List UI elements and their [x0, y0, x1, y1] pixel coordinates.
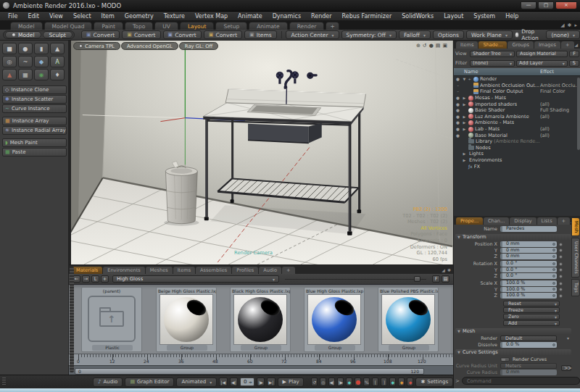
- tab-meshes[interactable]: Meshes: [146, 267, 173, 274]
- add-layer-dropdown[interactable]: Add Layer▾: [516, 60, 568, 67]
- channel-dot-icon[interactable]: [552, 268, 555, 271]
- tab-add-props[interactable]: +: [558, 217, 571, 225]
- step-forward-button[interactable]: |▶: [257, 378, 265, 386]
- menu-layout[interactable]: Layout: [439, 12, 468, 21]
- channel-dot-icon[interactable]: [552, 243, 555, 246]
- menu-vertex-map[interactable]: Vertex Map: [190, 12, 233, 21]
- tab-paint[interactable]: Paint: [94, 22, 123, 30]
- tab-channels[interactable]: Chan...: [484, 217, 509, 225]
- menu-dynamics[interactable]: Dynamics: [268, 12, 306, 21]
- parent-folder-card[interactable]: (parent) ↑ Plastic: [81, 287, 142, 352]
- thumbnail-size-slider[interactable]: [285, 275, 426, 283]
- instance-radial-array-button[interactable]: ✳Instance Radial Array: [2, 126, 67, 135]
- instance-clone-button[interactable]: ◇Instance Clone: [2, 86, 67, 94]
- key-dot-icon[interactable]: [559, 294, 563, 298]
- s-button[interactable]: S: [569, 60, 579, 67]
- expander-closed-icon[interactable]: ▶: [462, 127, 467, 131]
- expand-icon[interactable]: ◢: [560, 22, 564, 28]
- rotation-x-field[interactable]: 0.0 °: [500, 261, 557, 267]
- target-icon[interactable]: ⊕: [416, 43, 420, 49]
- freeze-button[interactable]: Freeze▾: [503, 307, 560, 313]
- frame-spinner-icon[interactable]: ◂▸: [249, 378, 252, 386]
- add-button[interactable]: Add▾: [503, 320, 560, 326]
- menu-texture[interactable]: Texture: [159, 12, 190, 21]
- expand-icon[interactable]: ◢: [575, 42, 579, 47]
- channel-dot-icon[interactable]: [552, 255, 555, 258]
- key-teal-icon[interactable]: ◆: [389, 378, 396, 386]
- panel-arrow-icon[interactable]: ▸: [574, 22, 577, 28]
- tree-scrollbar[interactable]: [577, 78, 580, 150]
- material-card-beige[interactable]: Beige High Gloss Plastic.lxp Group: [156, 287, 217, 352]
- mesh-section-header[interactable]: ▼Mesh: [455, 328, 571, 334]
- curve-settings-header[interactable]: ▼Curve Settings: [455, 349, 571, 355]
- eye-icon[interactable]: ●: [454, 108, 462, 112]
- animated-dropdown[interactable]: Animated▾: [176, 378, 217, 387]
- tree-row-base-material[interactable]: ● Base Material (all): [454, 132, 580, 138]
- tab-model[interactable]: Model: [10, 22, 43, 30]
- tab-add[interactable]: +: [326, 22, 339, 30]
- channel-dot-icon[interactable]: [552, 262, 555, 265]
- menu-rebus-farminizer[interactable]: Rebus Farminizer: [337, 12, 397, 21]
- play-button[interactable]: ▶Play: [278, 378, 304, 387]
- close-button[interactable]: ×: [555, 1, 577, 9]
- tree-row-imported-shaders[interactable]: ● ▶ imported shaders (all): [454, 101, 580, 107]
- menu-edit[interactable]: Edit: [22, 12, 44, 21]
- material-card-black[interactable]: Black High Gloss Plastic.lxp Group: [230, 287, 291, 352]
- tab-lists[interactable]: Lists: [537, 217, 557, 225]
- tab-render[interactable]: Render: [289, 22, 325, 30]
- action-center-dropdown[interactable]: Action Center▾: [286, 30, 339, 39]
- channel-dot-icon[interactable]: [552, 343, 555, 346]
- name-field[interactable]: Paredes: [500, 226, 557, 232]
- transport-grip[interactable]: [2, 378, 6, 385]
- torus-tool-icon[interactable]: ◎: [2, 56, 17, 67]
- menu-solidworks[interactable]: SolidWorks: [397, 12, 439, 21]
- key-red-icon[interactable]: ◆: [407, 378, 413, 386]
- skip-end-button[interactable]: ▶|: [267, 378, 275, 386]
- scale-x-field[interactable]: 100.0 %: [500, 280, 557, 286]
- column-effect[interactable]: Effect: [540, 68, 554, 75]
- tab-audio[interactable]: Audio: [259, 267, 281, 274]
- eye-icon[interactable]: ●: [454, 96, 462, 100]
- library-button[interactable]: L: [91, 275, 99, 283]
- work-plane-dropdown[interactable]: Work Plane▾: [466, 30, 513, 39]
- convert-button-1[interactable]: ▣Convert: [81, 30, 120, 39]
- graph-editor-button[interactable]: ▤Graph Editor: [125, 378, 174, 387]
- tab-shade[interactable]: Shade...: [478, 41, 507, 49]
- tab-items-bottom[interactable]: Items: [173, 267, 195, 274]
- scale-y-field[interactable]: 100.0 %: [500, 287, 557, 293]
- tab-uv[interactable]: UV: [154, 22, 178, 30]
- key-dot-icon[interactable]: [559, 255, 563, 259]
- range-out-icon[interactable]: ]: [381, 378, 387, 386]
- slider-handle[interactable]: [414, 276, 420, 282]
- menu-geometry[interactable]: Geometry: [120, 12, 159, 21]
- trash-can[interactable]: [164, 161, 199, 225]
- rotate-icon[interactable]: ↺: [423, 43, 427, 49]
- position-x-field[interactable]: 0 mm: [500, 241, 557, 247]
- eye-disabled-icon[interactable]: –: [454, 89, 462, 93]
- dissolve-field[interactable]: 0.0 %: [500, 342, 557, 348]
- add-key-icon[interactable]: ◆: [346, 378, 352, 386]
- transform-section-header[interactable]: ▼Transform: [455, 234, 571, 240]
- symmetry-dropdown[interactable]: Symmetry: Off▾: [341, 30, 397, 39]
- stack-tool-icon[interactable]: ♦: [50, 69, 65, 80]
- cylinder-tool-icon[interactable]: ▮: [34, 43, 49, 54]
- mesh-paint-button[interactable]: ◗Mesh Paint: [2, 138, 67, 147]
- tab-setup[interactable]: Setup: [215, 22, 247, 30]
- tab-add-panel[interactable]: +: [561, 41, 574, 49]
- eye-icon[interactable]: ●: [454, 120, 462, 125]
- path-dropdown[interactable]: High Gloss▾: [112, 275, 279, 283]
- tree-row-environments[interactable]: ▶ Environments: [454, 157, 580, 164]
- add-path-button[interactable]: +: [101, 275, 109, 283]
- view-dropdown[interactable]: Shader Tree▾: [470, 51, 515, 57]
- channel-dot-icon[interactable]: [552, 275, 555, 278]
- menu-file[interactable]: File: [3, 12, 22, 21]
- wire-sphere-tool-icon[interactable]: ◉: [34, 69, 49, 80]
- curve-radius-field[interactable]: 0 mm: [500, 370, 557, 375]
- scale-z-field[interactable]: 100.0 %: [500, 293, 557, 299]
- key-dot-icon[interactable]: [559, 275, 563, 278]
- menu-help[interactable]: Help: [500, 12, 523, 21]
- tab-assemblies[interactable]: Assemblies: [196, 267, 231, 274]
- eye-icon[interactable]: ●: [454, 77, 462, 81]
- step-back-button[interactable]: ◀|: [230, 378, 238, 386]
- forward-button[interactable]: →: [82, 275, 90, 283]
